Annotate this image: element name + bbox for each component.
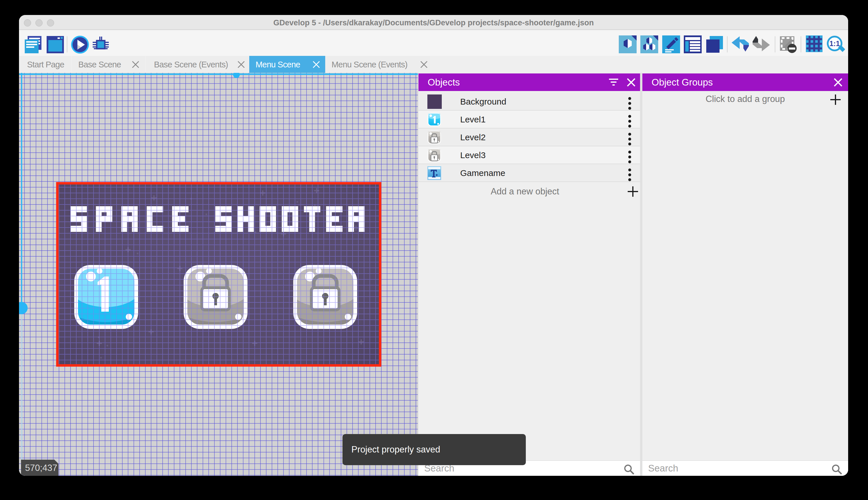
svg-text:1:1: 1:1 — [830, 39, 840, 47]
